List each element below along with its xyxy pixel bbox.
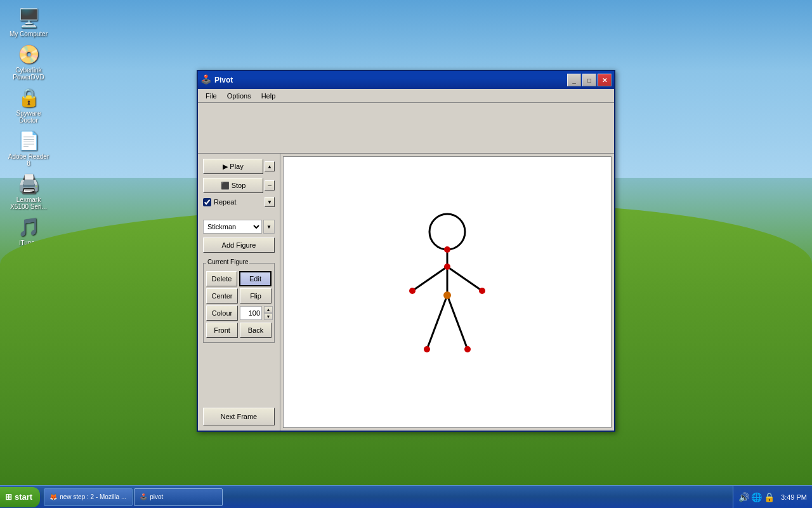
joint-shoulder[interactable] [444,264,450,270]
delete-button[interactable]: Delete [206,271,237,286]
icon-hs-err[interactable]: 📄 hs_err_pid3... [54,273,98,304]
firefox-icon: 🦊 [17,295,40,318]
figure-dropdown-row: Stickman ▼ [203,220,275,234]
play-icon: ▶ [223,163,228,171]
menu-bar: File Options Help [198,89,614,103]
colour-button[interactable]: Colour [206,305,238,321]
norton-icon: 🛡️ [17,273,40,296]
start-button[interactable]: ⊞ start [0,487,40,507]
stickman-right-leg [447,295,468,349]
main-content: ▶ Play ▲ ⬛ Stop ─ [198,154,614,431]
icon-gimp[interactable]: 🎨 GIMP 2 [54,309,98,340]
maximize-button[interactable]: □ [582,74,596,86]
stickman-right-arm [447,267,482,291]
title-bar: 🕹️ Pivot _ □ ✕ [198,71,614,89]
desktop: 🖥️ My Computer 📀 Cyberlink PowerDVD 🔒 Sp… [0,0,812,508]
take-a-break-icon: ⏰ [17,396,40,418]
recycle-bin-icon: 🗑️ [65,427,88,450]
colour-row: Colour ▲ ▼ [206,305,272,321]
canvas-area[interactable] [283,156,612,428]
play-row: ▶ Play ▲ [203,159,275,174]
next-frame-button[interactable]: Next Frame [203,408,275,425]
joint-neck[interactable] [444,246,450,253]
icon-lexmark[interactable]: 🖨️ Lexmark X5100 Seri... [6,172,51,210]
colour-spinner: ▲ ▼ [264,306,273,320]
icon-my-computer[interactable]: 🖥️ My Computer [6,6,51,37]
icon-firefox[interactable]: 🦊 Mozilla Firefox [6,295,51,326]
icon-spyware-doctor[interactable]: 🔒 Spyware Doctor [6,86,51,124]
icon-dvdfab[interactable]: 📀 DVDFab Platinum [6,352,51,391]
firefox-taskbar-icon: 🦊 [49,493,57,500]
icon-recycle-bin[interactable]: 🗑️ Recycle Bin [54,427,98,458]
pivot-taskbar-icon: 🕹️ [140,493,147,500]
repeat-checkbox[interactable] [203,198,211,206]
icon-ie[interactable]: 🌐 Internet Explorer [6,251,51,290]
desktop-icons-bottom: 🛡️ Norton AntiVirus 2002 📁 My Documents … [6,273,51,432]
adobe-icon: 📄 [17,129,40,152]
window-title: Pivot [214,76,567,84]
minimize-button[interactable]: _ [567,74,581,86]
stickman-figure[interactable] [368,197,527,387]
joint-right-foot[interactable] [464,346,471,352]
filmstrip-scroll-mid: ─ [265,180,275,190]
left-panel: ▶ Play ▲ ⬛ Stop ─ [198,154,280,431]
stop-button[interactable]: ⬛ Stop [203,178,263,193]
play-button[interactable]: ▶ Play [203,159,263,174]
front-button[interactable]: Front [206,323,238,338]
icon-cyberlink[interactable]: 📀 Cyberlink PowerDVD [6,43,51,81]
stickman-left-arm [412,267,447,291]
icon-norton[interactable]: 🛡️ Norton AntiVirus 2002 [6,273,51,311]
taskbar-item-firefox[interactable]: 🦊 new step : 2 - Mozilla ... [44,488,133,506]
front-back-row: Front Back [206,323,272,338]
center-button[interactable]: Center [206,288,238,304]
icon-itunes[interactable]: 🎵 iTunes [6,215,51,246]
menu-file[interactable]: File [200,91,222,101]
flip-button[interactable]: Flip [240,288,272,304]
colour-spin-up[interactable]: ▲ [264,306,273,313]
tray-icon-1: 🔊 [738,492,749,502]
colour-input[interactable] [240,306,262,320]
tray-icon-2: 🌐 [751,492,762,502]
center-flip-row: Center Flip [206,288,272,304]
filmstrip-scroll-up: ▲ [265,161,275,171]
clock: 3:49 PM [781,493,807,501]
colour-spin-down[interactable]: ▼ [264,313,273,320]
taskbar: ⊞ start 🦊 new step : 2 - Mozilla ... 🕹️ … [0,485,812,508]
pivot-window: 🕹️ Pivot _ □ ✕ File Options Help [197,70,615,432]
joint-right-hand[interactable] [479,288,485,294]
filmstrip-scroll-down: ▼ [265,197,275,207]
stop-icon: ⬛ [221,182,230,190]
scroll-mid-button[interactable]: ─ [265,180,275,190]
scroll-up-button[interactable]: ▲ [265,161,275,171]
windows-logo: ⊞ [5,492,12,502]
back-button[interactable]: Back [240,323,272,338]
scroll-down-button[interactable]: ▼ [265,197,275,207]
taskbar-items: 🦊 new step : 2 - Mozilla ... 🕹️ pivot [43,487,733,507]
stop-row: ⬛ Stop ─ [203,178,275,193]
edit-button[interactable]: Edit [239,271,272,286]
current-figure-group: Current Figure Delete Edit Center Flip C… [203,263,275,343]
icon-pivot-desktop[interactable]: 🕹️ Pivot Stickfig... [54,345,98,384]
joint-left-foot[interactable] [424,346,430,352]
gimp-icon: 🎨 [65,309,88,332]
taskbar-item-pivot[interactable]: 🕹️ pivot [134,488,223,506]
icon-take-a-break[interactable]: ⏰ Take-A-Break [6,396,51,427]
window-controls: _ □ ✕ [567,74,612,86]
desktop-icons-col2: 📄 hs_err_pid3... 🎨 GIMP 2 🕹️ Pivot Stick… [54,273,98,463]
icon-my-documents[interactable]: 📁 My Documents [6,316,51,347]
figure-dropdown-arrow[interactable]: ▼ [263,220,275,234]
menu-options[interactable]: Options [222,91,256,101]
joint-left-hand[interactable] [409,288,416,294]
add-figure-button[interactable]: Add Figure [203,237,275,253]
stickman-left-leg [427,295,447,349]
tray-icon-3: 🔒 [764,492,775,502]
menu-help[interactable]: Help [256,91,281,101]
icon-adobe-reader[interactable]: 📄 Adobe Reader 8 [6,129,51,167]
close-button[interactable]: ✕ [598,74,612,86]
current-figure-label: Current Figure [206,258,249,265]
joint-waist[interactable] [443,291,451,299]
filmstrip-area [198,103,614,154]
my-documents-icon: 📁 [17,316,40,339]
figure-select[interactable]: Stickman [203,220,262,234]
spyware-icon: 🔒 [17,86,40,109]
